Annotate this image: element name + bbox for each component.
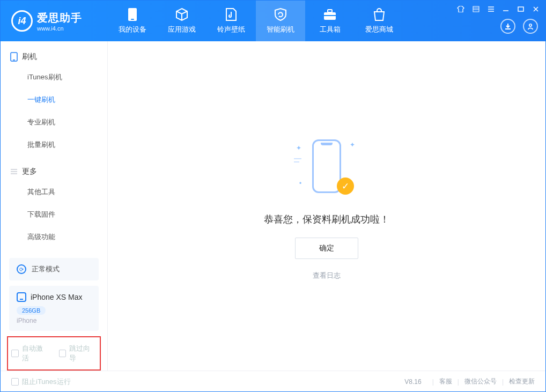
window-controls xyxy=(455,4,541,14)
logo-icon: i4 xyxy=(11,10,33,32)
sidebar-item-download-firmware[interactable]: 下载固件 xyxy=(1,203,107,226)
sparkle-icon: ✦ xyxy=(350,141,355,149)
success-message: 恭喜您，保资料刷机成功啦！ xyxy=(264,213,389,226)
checkbox-label: 跳过向导 xyxy=(69,344,97,363)
sidebar-item-oneclick-flash[interactable]: 一键刷机 xyxy=(1,88,107,111)
check-badge-icon: ✓ xyxy=(337,177,354,195)
checkbox-block-itunes[interactable]: 阻止iTunes运行 xyxy=(11,377,71,387)
nav-ring-wallpaper[interactable]: 铃声壁纸 xyxy=(206,1,256,41)
user-icon[interactable] xyxy=(523,19,538,34)
section-title: 更多 xyxy=(22,167,37,176)
sidebar-item-advanced[interactable]: 高级功能 xyxy=(1,226,107,248)
version-label: V8.16 xyxy=(404,378,421,386)
download-icon[interactable] xyxy=(500,19,515,34)
ok-button[interactable]: 确定 xyxy=(295,238,358,259)
nav-label: 智能刷机 xyxy=(267,25,294,34)
main-content: ✦ ✦ • ✓ 恭喜您，保资料刷机成功啦！ 确定 查看日志 xyxy=(108,41,545,371)
toolbox-icon xyxy=(322,8,337,21)
logo: i4 爱思助手 www.i4.cn xyxy=(1,1,108,41)
mode-panel[interactable]: ⟳ 正常模式 xyxy=(9,258,99,280)
phone-icon xyxy=(125,8,140,21)
sparkle-icon: • xyxy=(299,180,301,187)
sparkle-icon: ✦ xyxy=(296,144,301,152)
svg-rect-9 xyxy=(13,60,15,61)
sidebar-item-other-tools[interactable]: 其他工具 xyxy=(1,181,107,203)
music-file-icon xyxy=(224,8,239,21)
checkbox-label: 阻止iTunes运行 xyxy=(22,377,71,387)
footer-link-support[interactable]: 客服 xyxy=(439,377,452,386)
svg-rect-4 xyxy=(324,15,336,16)
cube-icon xyxy=(174,8,189,21)
checkbox-icon xyxy=(59,350,67,357)
list-icon[interactable] xyxy=(470,4,481,14)
sidebar-section-flash: 刷机 xyxy=(1,41,107,66)
bag-icon xyxy=(372,8,387,21)
mode-label: 正常模式 xyxy=(32,264,60,274)
app-name: 爱思助手 xyxy=(37,11,82,25)
nav-label: 爱思商城 xyxy=(365,25,393,34)
tshirt-icon[interactable] xyxy=(455,4,466,14)
minimize-icon[interactable] xyxy=(500,4,511,14)
device-icon xyxy=(17,292,26,302)
maximize-icon[interactable] xyxy=(515,4,526,14)
sidebar: 刷机 iTunes刷机 一键刷机 专业刷机 批量刷机 更多 其他工具 下载固件 … xyxy=(1,41,108,371)
svg-rect-6 xyxy=(473,6,479,12)
menu-icon[interactable] xyxy=(485,4,496,14)
checkbox-auto-activate[interactable]: 自动激活 xyxy=(11,344,49,363)
highlighted-area: 自动激活 跳过向导 xyxy=(7,336,101,371)
list-icon xyxy=(10,168,18,175)
device-name-text: iPhone XS Max xyxy=(31,293,83,301)
nav-toolbox[interactable]: 工具箱 xyxy=(305,1,355,41)
checkbox-skip-guide[interactable]: 跳过向导 xyxy=(59,344,97,363)
nav-my-device[interactable]: 我的设备 xyxy=(108,1,157,41)
footer: 阻止iTunes运行 V8.16 | 客服 | 微信公众号 | 检查更新 xyxy=(1,371,545,392)
mode-icon: ⟳ xyxy=(17,264,26,274)
nav-apps-games[interactable]: 应用游戏 xyxy=(157,1,206,41)
section-title: 刷机 xyxy=(22,52,37,62)
checkbox-label: 自动激活 xyxy=(22,344,49,363)
footer-link-wechat[interactable]: 微信公众号 xyxy=(464,377,497,386)
app-header: i4 爱思助手 www.i4.cn 我的设备 应用游戏 铃声壁纸 智能刷机 工具… xyxy=(1,1,545,41)
svg-rect-1 xyxy=(131,19,134,20)
device-outline-icon xyxy=(10,52,18,62)
sidebar-section-more: 更多 xyxy=(1,156,107,181)
nav-label: 铃声壁纸 xyxy=(217,25,245,34)
success-illustration: ✦ ✦ • ✓ xyxy=(292,131,361,201)
svg-point-5 xyxy=(529,24,532,26)
footer-link-update[interactable]: 检查更新 xyxy=(509,377,535,386)
close-icon[interactable] xyxy=(530,4,541,14)
svg-rect-7 xyxy=(518,7,523,11)
view-log-link[interactable]: 查看日志 xyxy=(313,271,341,280)
nav-label: 工具箱 xyxy=(320,25,341,34)
header-right-icons xyxy=(500,19,538,34)
motion-line xyxy=(294,161,299,162)
device-panel[interactable]: iPhone XS Max 256GB iPhone xyxy=(9,286,99,331)
shield-refresh-icon xyxy=(273,8,288,21)
checkbox-icon xyxy=(11,378,19,386)
nav-label: 应用游戏 xyxy=(168,25,196,34)
sidebar-item-itunes-flash[interactable]: iTunes刷机 xyxy=(1,66,107,88)
device-capacity: 256GB xyxy=(17,306,46,315)
svg-rect-3 xyxy=(328,10,332,12)
sidebar-item-pro-flash[interactable]: 专业刷机 xyxy=(1,111,107,134)
nav-smart-flash[interactable]: 智能刷机 xyxy=(256,1,305,41)
app-domain: www.i4.cn xyxy=(37,25,82,32)
nav-store[interactable]: 爱思商城 xyxy=(355,1,404,41)
top-nav: 我的设备 应用游戏 铃声壁纸 智能刷机 工具箱 爱思商城 xyxy=(108,1,404,41)
motion-line xyxy=(294,158,301,159)
device-type: iPhone xyxy=(17,317,91,324)
nav-label: 我的设备 xyxy=(119,25,146,34)
sidebar-item-batch-flash[interactable]: 批量刷机 xyxy=(1,134,107,156)
checkbox-icon xyxy=(11,350,19,357)
